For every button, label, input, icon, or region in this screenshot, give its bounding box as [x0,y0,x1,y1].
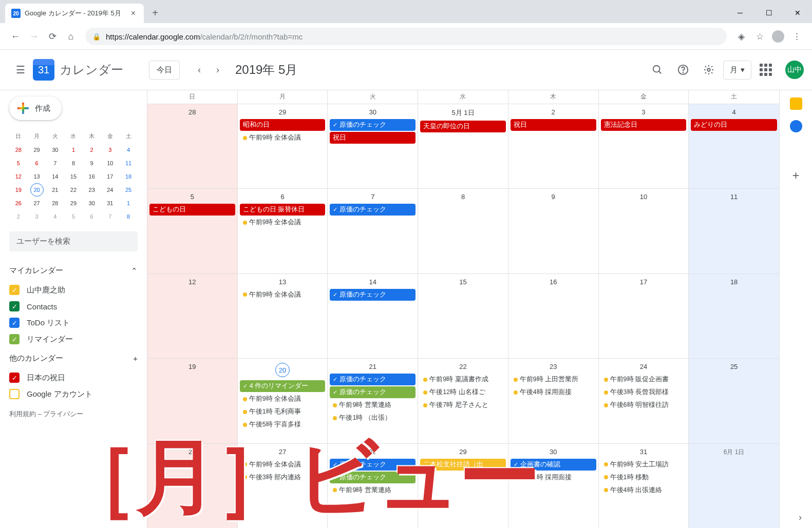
day-cell[interactable]: 16 [508,274,599,358]
mini-day[interactable]: 22 [67,183,80,197]
day-cell[interactable]: 17 [599,274,689,358]
day-cell[interactable]: 30✓企画書の確認午後4時 採用面接 [508,444,599,528]
mini-day[interactable]: 5 [12,157,25,170]
day-cell[interactable]: 2祝日 [508,104,599,188]
day-cell[interactable]: 20✓4 件のリマインダー午前9時 全体会議午後1時 毛利商事午後5時 宇喜多様 [238,359,328,443]
event-item[interactable]: 午後6時 明智様往訪 [601,399,687,411]
day-cell[interactable]: 4みどりの日 [689,104,779,188]
url-bar[interactable]: 🔒 https://calendar.google.com/calendar/b… [85,28,727,45]
event-item[interactable]: 午前9時 全体会議 [240,289,326,301]
day-cell[interactable]: 23午前9時 上田営業所午後4時 採用面接 [508,359,599,443]
mini-day[interactable]: 16 [85,170,99,183]
mini-day[interactable]: 12 [12,170,25,183]
day-cell[interactable]: 31午前9時 安土工場訪午後1時 移動午後4時 出張連絡 [599,444,689,528]
mini-day[interactable]: 30 [85,197,99,210]
mini-day[interactable]: 21 [48,183,62,197]
event-item[interactable]: 午後1時 （出張） [330,412,416,424]
day-cell[interactable]: 27午前9時 全体会議午後3時 部内連絡 [238,444,328,528]
mini-day[interactable]: 10 [103,157,117,170]
checkbox-icon[interactable]: ✓ [9,285,20,295]
day-cell[interactable]: 5月 1日天皇の即位の日 [418,104,508,188]
menu-icon[interactable]: ⋮ [787,27,806,46]
event-item[interactable]: 午前9時 全体会議 [240,132,326,144]
mini-day[interactable]: 7 [48,157,62,170]
mini-day[interactable]: 17 [103,170,117,183]
event-item[interactable]: 午前9時 安土工場訪 [601,459,687,471]
mini-day[interactable]: 11 [122,157,135,170]
mini-day[interactable]: 31 [103,197,117,210]
maximize-button[interactable]: ☐ [754,4,783,22]
forward-button[interactable]: → [25,27,43,46]
my-calendars-header[interactable]: マイカレンダー ⌃ [9,262,138,280]
event-item[interactable]: 午前9時 全体会議 [240,393,326,405]
mini-day[interactable]: 29 [30,143,44,157]
event-item[interactable]: 午前9時 営業連絡 [330,399,416,411]
day-cell[interactable]: 29二本松支社往訪（出 [418,444,508,528]
mini-day[interactable]: 7 [103,210,117,223]
day-cell[interactable]: 28✓原価のチェック✓原価のチェック午前9時 営業連絡 [328,444,418,528]
day-cell[interactable]: 5こどもの日 [147,189,238,273]
event-item[interactable]: 昭和の日 [240,119,326,131]
checkbox-icon[interactable]: ✓ [9,301,20,311]
event-item[interactable]: みどりの日 [691,119,777,131]
event-item[interactable]: ✓4 件のリマインダー [240,380,326,392]
hamburger-icon[interactable]: ☰ [8,57,33,82]
browser-tab[interactable]: 20 Google カレンダー - 2019年 5月 × [5,4,144,23]
day-cell[interactable]: 7✓原価のチェック [328,189,418,273]
event-item[interactable]: 午後5時 宇喜多様 [240,419,326,431]
other-calendars-header[interactable]: 他のカレンダー + [9,349,138,367]
mini-day[interactable]: 23 [85,183,99,197]
day-cell[interactable]: 24午前9時 販促企画書午後3時 長曾我部様午後6時 明智様往訪 [599,359,689,443]
calendar-item[interactable]: ✓リマインダー [9,331,138,347]
mini-day[interactable]: 25 [122,183,135,197]
mini-day[interactable]: 6 [85,210,99,223]
event-item[interactable]: ✓企画書の確認 [511,459,596,471]
mini-day[interactable]: 9 [85,157,99,170]
day-cell[interactable]: 19 [147,359,238,443]
event-item[interactable]: 午後3時 部内連絡 [240,472,326,483]
help-icon[interactable] [672,58,694,81]
view-selector[interactable]: 月▾ [723,61,751,80]
mini-day[interactable]: 3 [30,210,44,223]
day-cell[interactable]: 18 [689,274,779,358]
calendar-item[interactable]: Google アカウント [9,386,138,402]
event-item[interactable]: 午後4時 出張連絡 [601,484,687,496]
apps-icon[interactable] [754,58,777,81]
event-item[interactable]: 祝日 [330,132,416,144]
checkbox-icon[interactable]: ✓ [9,318,20,328]
event-item[interactable]: ✓原価のチェック [330,374,416,385]
tasks-icon[interactable] [790,120,802,132]
day-cell[interactable]: 28 [147,104,238,188]
event-item[interactable]: 午前9時 稟議書作成 [420,374,506,385]
event-item[interactable]: 午後7時 尼子さんと [420,399,506,411]
event-item[interactable]: 午前9時 上田営業所 [511,374,596,385]
mini-day[interactable]: 5 [67,210,80,223]
day-cell[interactable]: 13午前9時 全体会議 [238,274,328,358]
search-icon[interactable] [646,58,669,81]
mini-calendar[interactable]: 日月火水木金土282930123456789101112131415161718… [9,129,138,223]
back-button[interactable]: ← [6,27,25,46]
event-item[interactable]: 午後1時 毛利商事 [240,406,326,418]
mini-day[interactable]: 3 [103,143,117,157]
prev-month-button[interactable]: ‹ [190,61,209,79]
next-month-button[interactable]: › [209,61,227,79]
mini-day[interactable]: 27 [30,197,44,210]
calendar-item[interactable]: ✓山中鹿之助 [9,282,138,298]
calendar-item[interactable]: ✓ToDo リスト [9,315,138,331]
mini-day[interactable]: 30 [48,143,62,157]
event-item[interactable]: 午前9時 営業連絡 [330,484,416,496]
day-cell[interactable]: 30✓原価のチェック祝日 [328,104,418,188]
event-item[interactable]: ✓原価のチェック [330,459,416,471]
mini-day[interactable]: 1 [67,143,80,157]
mini-day[interactable]: 2 [85,143,99,157]
mini-day[interactable]: 6 [30,157,44,170]
keep-icon[interactable] [790,97,802,110]
day-cell[interactable]: 15 [418,274,508,358]
bookmark-icon[interactable]: ☆ [750,27,769,46]
event-item[interactable]: 午後1時 移動 [601,472,687,483]
day-cell[interactable]: 8 [418,189,508,273]
minimize-button[interactable]: ─ [726,4,754,22]
event-item[interactable]: こどもの日 [149,204,235,216]
search-users-input[interactable]: ユーザーを検索 [9,231,138,251]
event-item[interactable]: こどもの日 振替休日 [240,204,326,216]
